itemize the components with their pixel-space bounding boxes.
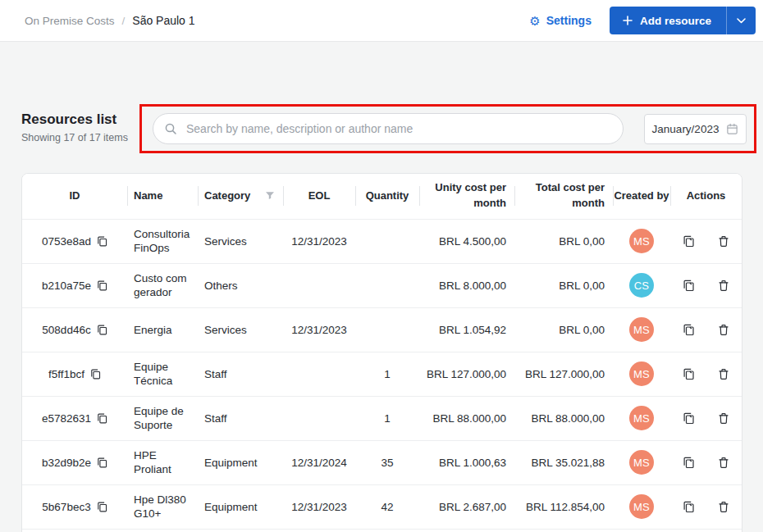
resource-id-cell: b32d9b2e (22, 440, 127, 484)
copy-id-button[interactable] (97, 502, 107, 512)
table-row: 5b67bec3 Hpe Dl380 G10+ Equipment 12/31/… (22, 484, 742, 529)
duplicate-button[interactable] (683, 501, 695, 513)
actions-cell (670, 529, 742, 532)
table-row: 0753e8ad Consultoria FinOps Services 12/… (22, 219, 742, 263)
resource-id-cell: 508dd46c (22, 307, 127, 352)
duplicate-button[interactable] (683, 368, 695, 380)
resource-category: Licenses (198, 529, 283, 532)
resource-id: b210a75e (42, 279, 91, 293)
breadcrumb-parent-link[interactable]: On Premise Costs (25, 15, 115, 27)
duplicate-button[interactable] (683, 280, 695, 292)
delete-button[interactable] (718, 235, 729, 248)
created-by-cell: MS (613, 484, 670, 529)
resource-category: Staff (198, 352, 283, 396)
trash-icon (718, 412, 729, 425)
copy-id-button[interactable] (97, 236, 107, 247)
table-row: b32d9b2e HPE Proliant Equipment 12/31/20… (22, 440, 742, 484)
copy-icon (97, 280, 107, 291)
resource-name: Custo com gerador (127, 263, 198, 307)
column-header-quantity: Quantity (355, 174, 419, 219)
resource-eol (283, 352, 355, 396)
add-resource-label: Add resource (640, 15, 711, 27)
resource-total-cost: BRL 112.854,00 (514, 484, 613, 529)
search-input[interactable] (153, 113, 624, 144)
column-header-total-cost: Total cost per month (514, 174, 613, 219)
resource-name: Equipe de Suporte (127, 396, 198, 440)
created-by-cell: CS (613, 263, 670, 307)
table-header: ID Name Category EOL Quantity Unity cost… (22, 174, 742, 219)
resource-eol: 12/31/2024 (283, 440, 355, 484)
breadcrumb-separator: / (122, 15, 126, 27)
actions-cell (670, 263, 742, 307)
duplicate-button[interactable] (683, 412, 695, 425)
copy-id-button[interactable] (97, 280, 107, 291)
resource-name: Equipe Técnica (127, 352, 198, 396)
page-title: Resources list (21, 111, 128, 128)
resource-name: HPE Proliant (127, 440, 198, 484)
category-filter-icon[interactable] (265, 191, 275, 201)
plus-icon (623, 16, 633, 25)
copy-id-button[interactable] (97, 413, 107, 424)
month-picker[interactable]: January/2023 (644, 114, 747, 144)
delete-button[interactable] (718, 280, 729, 292)
delete-button[interactable] (718, 457, 729, 469)
copy-id-button[interactable] (97, 457, 107, 468)
column-header-eol: EOL (283, 174, 355, 219)
delete-button[interactable] (718, 501, 729, 513)
duplicate-button[interactable] (683, 457, 695, 469)
table-row: 9ae149bd Licenças SQL Licenses 12/31/202… (22, 529, 742, 532)
resource-id-cell: 0753e8ad (22, 219, 127, 263)
avatar: MS (629, 494, 654, 519)
chevron-down-icon (737, 18, 746, 24)
resource-quantity: 1 (355, 352, 419, 396)
delete-button[interactable] (718, 324, 729, 336)
resource-id: 0753e8ad (42, 234, 91, 248)
page-heading: Resources list Showing 17 of 17 items (21, 111, 128, 143)
resource-id-cell: b210a75e (22, 263, 127, 307)
copy-icon (97, 413, 107, 424)
resource-unit-cost: BRL 4.583,33 (419, 529, 514, 532)
actions-cell (670, 307, 742, 352)
topbar: On Premise Costs / São Paulo 1 ⚙ Setting… (0, 0, 763, 42)
settings-label: Settings (546, 14, 592, 27)
column-header-category: Category (198, 174, 283, 219)
resource-id: 5b67bec3 (42, 500, 90, 514)
table-row: e5782631 Equipe de Suporte Staff 1 BRL 8… (22, 396, 742, 440)
copy-id-button[interactable] (97, 325, 107, 335)
resource-category: Equipment (198, 440, 283, 484)
resource-total-cost: BRL 4.583,33 (514, 529, 613, 532)
resource-name: Hpe Dl380 G10+ (127, 484, 198, 529)
created-by-cell: MS (613, 307, 670, 352)
delete-button[interactable] (718, 412, 729, 425)
resource-quantity (355, 307, 419, 352)
resource-name: Energia (127, 307, 198, 352)
column-header-id: ID (22, 174, 127, 219)
breadcrumb-current: São Paulo 1 (132, 14, 194, 27)
duplicate-icon (683, 280, 695, 292)
resource-category: Others (198, 263, 283, 307)
table-row: 508dd46c Energia Services 12/31/2023 BRL… (22, 307, 742, 352)
resource-eol: 12/31/2023 (283, 219, 355, 263)
add-resource-button[interactable]: Add resource (610, 7, 726, 34)
avatar: MS (629, 317, 654, 342)
resource-id: 508dd46c (42, 323, 90, 337)
duplicate-button[interactable] (683, 324, 695, 336)
copy-id-button[interactable] (90, 369, 101, 380)
add-resource-dropdown-button[interactable] (726, 7, 756, 34)
table-row: f5ff1bcf Equipe Técnica Staff 1 BRL 127.… (22, 352, 742, 396)
resource-total-cost: BRL 127.000,00 (514, 352, 613, 396)
column-header-actions: Actions (670, 174, 742, 219)
duplicate-button[interactable] (683, 235, 695, 248)
resource-category: Equipment (198, 484, 283, 529)
column-header-category-label: Category (204, 189, 250, 204)
duplicate-icon (683, 457, 695, 469)
resource-quantity (355, 263, 419, 307)
copy-icon (90, 369, 101, 380)
settings-button[interactable]: ⚙ Settings (529, 14, 592, 27)
resource-id-cell: f5ff1bcf (22, 352, 127, 396)
delete-button[interactable] (718, 368, 729, 380)
search-box (153, 113, 624, 144)
duplicate-icon (683, 501, 695, 513)
resource-quantity: 35 (355, 440, 419, 484)
resource-unit-cost: BRL 127.000,00 (419, 352, 514, 396)
